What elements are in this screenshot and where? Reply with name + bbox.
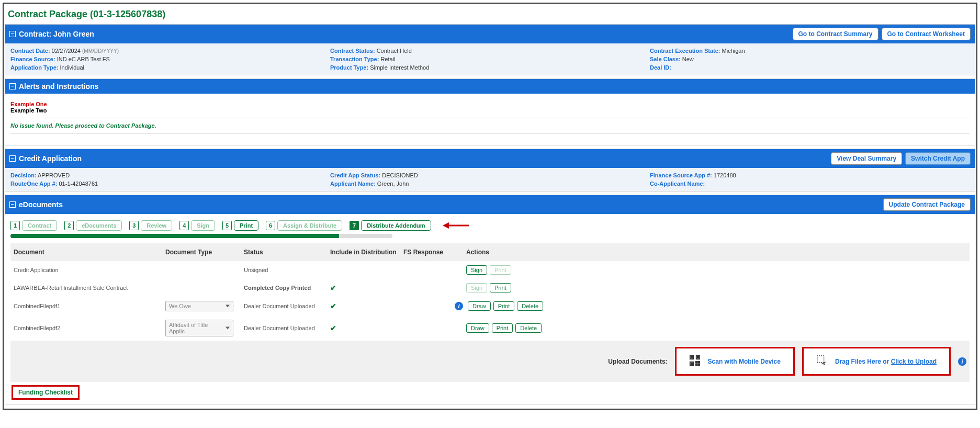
svg-rect-8 xyxy=(695,362,697,363)
delete-button[interactable]: Delete xyxy=(517,301,543,311)
upload-documents-label: Upload Documents: xyxy=(608,358,667,365)
step-review-button[interactable]: Review xyxy=(141,220,172,231)
contract-date-value: 02/27/2024 xyxy=(52,48,81,54)
col-header-actions: Actions xyxy=(466,249,966,256)
application-type-label: Application Type: xyxy=(10,64,58,71)
doc-actions-cell: DrawPrintDelete xyxy=(466,323,966,333)
doc-status: Dealer Document Uploaded xyxy=(244,325,330,331)
sign-button: Sign xyxy=(466,283,487,292)
doc-type-select[interactable]: Affidavit of Title Applic xyxy=(165,320,233,336)
funding-checklist-button[interactable]: Funding Checklist xyxy=(14,388,77,397)
contract-date-format: (MM/DD/YYYY) xyxy=(82,48,119,54)
table-row: Credit ApplicationUnsignedSignPrint xyxy=(10,261,970,279)
alert-status: No issue found. Please proceed to Contra… xyxy=(10,122,970,129)
arrow-icon xyxy=(443,221,469,230)
collapse-icon[interactable]: − xyxy=(9,83,16,89)
contract-panel: − Contract: John Green Go to Contract Su… xyxy=(5,24,975,75)
scan-mobile-device-button[interactable]: Scan with Mobile Device xyxy=(675,347,795,376)
credit-app-status-label: Credit App Status: xyxy=(330,172,380,178)
step-2-number: 2 xyxy=(64,221,74,230)
svg-rect-12 xyxy=(817,356,824,363)
step-distribute-addendum-button[interactable]: Distribute Addendum xyxy=(361,220,431,231)
check-icon: ✔ xyxy=(330,324,336,332)
decision-label: Decision: xyxy=(10,172,37,178)
goto-contract-summary-button[interactable]: Go to Contract Summary xyxy=(793,28,878,40)
svg-marker-1 xyxy=(443,222,449,229)
step-sign-button[interactable]: Sign xyxy=(191,220,215,231)
applicant-name-label: Applicant Name: xyxy=(330,181,376,187)
svg-rect-10 xyxy=(695,364,697,365)
info-icon[interactable]: i xyxy=(958,357,966,366)
contract-status-label: Contract Status: xyxy=(330,48,375,54)
scan-mobile-label: Scan with Mobile Device xyxy=(708,358,781,365)
sign-button[interactable]: Sign xyxy=(466,265,487,275)
delete-button[interactable]: Delete xyxy=(515,323,542,333)
print-button[interactable]: Print xyxy=(492,323,513,333)
col-header-type: Document Type xyxy=(165,249,244,256)
drag-upload-label: Drag Files Here or Click to Upload xyxy=(835,358,937,365)
alerts-title: Alerts and Instructions xyxy=(19,82,98,91)
product-type-label: Product Type: xyxy=(330,64,368,71)
svg-rect-11 xyxy=(698,364,700,365)
alert-line-1: Example One xyxy=(10,101,970,107)
doc-include-cell: ✔ xyxy=(330,324,403,332)
doc-type-select[interactable]: We Owe xyxy=(165,301,233,311)
transaction-type-label: Transaction Type: xyxy=(330,56,379,62)
doc-status: Completed Copy Printed xyxy=(244,285,330,291)
view-deal-summary-button[interactable]: View Deal Summary xyxy=(831,152,902,165)
credit-app-panel: − Credit Application View Deal Summary S… xyxy=(5,149,975,192)
doc-actions-cell: SignPrint xyxy=(466,283,966,292)
drag-upload-button[interactable]: Drag Files Here or Click to Upload xyxy=(802,347,951,376)
col-header-include: Include in Distribution xyxy=(330,249,403,256)
check-icon: ✔ xyxy=(330,302,336,310)
goto-contract-worksheet-button[interactable]: Go to Contract Worksheet xyxy=(882,28,971,40)
print-button[interactable]: Print xyxy=(493,301,515,311)
collapse-icon[interactable]: − xyxy=(9,31,16,37)
draw-button[interactable]: Draw xyxy=(466,323,489,333)
co-applicant-name-label: Co-Applicant Name: xyxy=(650,181,705,187)
alerts-panel: − Alerts and Instructions Example One Ex… xyxy=(5,78,975,145)
table-row: CombinedFilepdf1We OweDealer Document Up… xyxy=(10,297,970,316)
svg-rect-5 xyxy=(697,357,699,358)
doc-actions-cell: SignPrint xyxy=(466,265,966,275)
execution-state-label: Contract Execution State: xyxy=(650,48,720,54)
info-icon[interactable]: i xyxy=(455,302,463,310)
contract-panel-header: − Contract: John Green Go to Contract Su… xyxy=(5,25,975,43)
step-edocuments-button[interactable]: eDocuments xyxy=(76,220,122,231)
step-contract-button[interactable]: Contract xyxy=(22,220,57,231)
contract-header-title: Contract: John Green xyxy=(19,30,94,38)
update-contract-package-button[interactable]: Update Contract Package xyxy=(883,198,971,211)
divider xyxy=(10,133,970,133)
step-7-number: 7 xyxy=(350,221,359,230)
collapse-icon[interactable]: − xyxy=(9,155,16,162)
step-assign-distribute-button[interactable]: Assign & Distribute xyxy=(277,220,342,231)
finance-source-app-value: 1720480 xyxy=(714,172,736,178)
applicant-name-value: Green, John xyxy=(377,181,409,187)
page-title: Contract Package (01-3-125607838) xyxy=(5,5,975,24)
execution-state-value: Michigan xyxy=(722,48,745,54)
doc-status: Unsigned xyxy=(244,267,330,273)
divider xyxy=(10,118,970,118)
step-print-button[interactable]: Print xyxy=(234,220,258,231)
svg-rect-3 xyxy=(691,357,692,358)
step-5-number: 5 xyxy=(222,221,232,230)
doc-name: LAWARBEA-Retail Installment Sale Contrac… xyxy=(14,285,165,291)
finance-source-value: IND eC ARB Test FS xyxy=(57,56,110,62)
documents-table: Document Document Type Status Include in… xyxy=(10,243,970,341)
print-button[interactable]: Print xyxy=(490,283,511,292)
print-button: Print xyxy=(490,265,511,275)
alert-line-2: Example Two xyxy=(10,107,970,114)
funding-checklist-highlight: Funding Checklist xyxy=(12,385,80,400)
step-bar: 1Contract 2eDocuments 3Review 4Sign 5Pri… xyxy=(10,218,970,232)
collapse-icon[interactable]: − xyxy=(9,201,16,208)
doc-include-cell: ✔ xyxy=(330,284,403,292)
application-type-value: Individual xyxy=(60,64,84,71)
finance-source-label: Finance Source: xyxy=(10,56,55,62)
doc-name: CombinedFilepdf2 xyxy=(14,325,165,331)
col-header-status: Status xyxy=(244,249,330,256)
finance-source-app-label: Finance Source App #: xyxy=(650,172,712,178)
draw-button[interactable]: Draw xyxy=(468,301,491,311)
step-6-number: 6 xyxy=(266,221,275,230)
switch-credit-app-button[interactable]: Switch Credit App xyxy=(905,152,971,165)
edocuments-header: − eDocuments Update Contract Package xyxy=(5,195,975,214)
